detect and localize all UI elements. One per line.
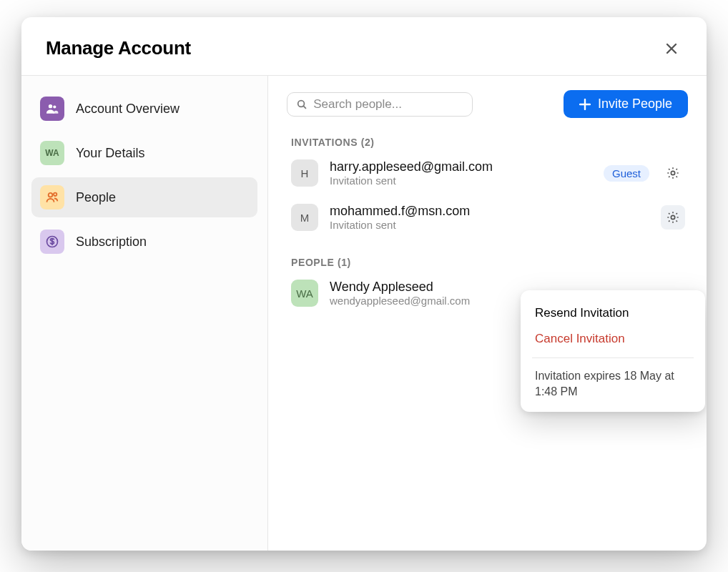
avatar: WA bbox=[291, 280, 318, 307]
search-box[interactable] bbox=[287, 92, 473, 117]
row-settings-button[interactable] bbox=[661, 161, 685, 185]
sidebar-item-account-overview[interactable]: Account Overview bbox=[31, 89, 257, 129]
divider bbox=[532, 358, 694, 358]
dollar-icon bbox=[40, 230, 64, 254]
svg-point-7 bbox=[671, 171, 674, 174]
svg-point-1 bbox=[53, 105, 56, 108]
svg-point-2 bbox=[49, 193, 53, 197]
invitation-row: H harry.appleseed@gmail.com Invitation s… bbox=[287, 155, 688, 199]
row-settings-button[interactable] bbox=[661, 205, 685, 230]
invite-people-button[interactable]: Invite People bbox=[564, 90, 688, 118]
sidebar-item-your-details[interactable]: WA Your Details bbox=[31, 133, 257, 173]
gear-icon bbox=[666, 166, 680, 180]
invitation-status: Invitation sent bbox=[330, 174, 592, 187]
people-section-header: PEOPLE (1) bbox=[291, 257, 688, 268]
search-icon bbox=[296, 98, 308, 111]
close-button[interactable] bbox=[661, 38, 682, 59]
avatar-initials: H bbox=[301, 167, 309, 179]
resend-invitation-button[interactable]: Resend Invitation bbox=[521, 300, 705, 326]
avatar: M bbox=[291, 204, 318, 231]
gear-icon bbox=[666, 210, 680, 225]
sidebar-item-label: Account Overview bbox=[76, 102, 179, 117]
sidebar-item-label: People bbox=[76, 190, 116, 205]
svg-point-3 bbox=[54, 193, 56, 196]
invitation-expiry-note: Invitation expires 18 May at 1:48 PM bbox=[521, 364, 705, 403]
close-icon bbox=[665, 42, 678, 55]
avatar-initials: WA bbox=[45, 148, 59, 158]
sidebar-item-label: Subscription bbox=[76, 235, 147, 250]
people-icon bbox=[40, 185, 64, 209]
person-info: mohammed.f@msn.com Invitation sent bbox=[330, 204, 649, 231]
page-title: Manage Account bbox=[46, 37, 191, 59]
sidebar-item-subscription[interactable]: Subscription bbox=[31, 222, 257, 262]
people-group-icon bbox=[40, 97, 64, 121]
main-panel: Invite People INVITATIONS (2) H harry.ap… bbox=[268, 76, 707, 551]
sidebar-item-people[interactable]: People bbox=[31, 177, 257, 217]
svg-point-0 bbox=[49, 104, 52, 108]
invitations-section-header: INVITATIONS (2) bbox=[291, 137, 688, 148]
svg-line-6 bbox=[303, 106, 305, 108]
invitation-actions-popover: Resend Invitation Cancel Invitation Invi… bbox=[521, 290, 705, 412]
manage-account-modal: Manage Account Account Overview bbox=[21, 17, 707, 551]
invitation-email: mohammed.f@msn.com bbox=[330, 204, 649, 219]
sidebar: Account Overview WA Your Details P bbox=[21, 76, 268, 551]
invitation-status: Invitation sent bbox=[330, 219, 649, 231]
cancel-invitation-button[interactable]: Cancel Invitation bbox=[521, 326, 705, 352]
invitation-row: M mohammed.f@msn.com Invitation sent bbox=[287, 199, 688, 244]
modal-body: Account Overview WA Your Details P bbox=[21, 75, 707, 551]
search-input[interactable] bbox=[313, 97, 463, 112]
modal-header: Manage Account bbox=[21, 17, 707, 75]
initials-icon: WA bbox=[40, 141, 64, 165]
plus-icon bbox=[579, 99, 591, 110]
toolbar: Invite People bbox=[287, 90, 688, 118]
avatar-initials: WA bbox=[296, 287, 313, 300]
invitation-email: harry.appleseed@gmail.com bbox=[330, 159, 592, 174]
person-info: harry.appleseed@gmail.com Invitation sen… bbox=[330, 159, 592, 187]
svg-point-8 bbox=[671, 215, 674, 219]
invite-button-label: Invite People bbox=[598, 97, 672, 112]
avatar: H bbox=[291, 159, 318, 187]
sidebar-item-label: Your Details bbox=[76, 146, 144, 161]
avatar-initials: M bbox=[300, 212, 310, 224]
guest-badge: Guest bbox=[604, 165, 649, 182]
